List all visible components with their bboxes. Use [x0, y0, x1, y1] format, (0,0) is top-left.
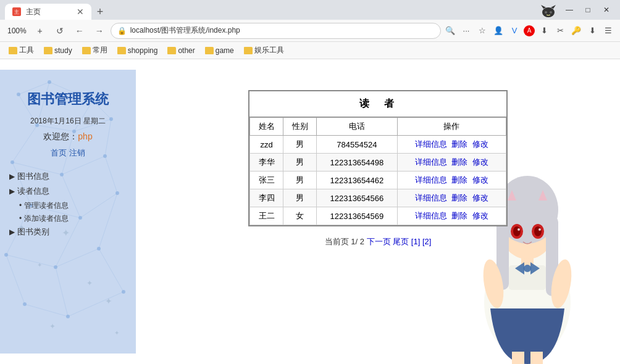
address-bar[interactable]: 🔒 localhost/图书管理系统/index.php: [111, 23, 441, 39]
svg-point-78: [524, 265, 531, 272]
zoom-plus-button[interactable]: +: [31, 22, 49, 39]
home-link[interactable]: 首页: [51, 148, 67, 157]
action-删除[interactable]: 删除: [451, 175, 467, 184]
pagination-text: 当前页 1/ 2: [325, 237, 364, 246]
bookmark-label: 娱乐工具: [254, 45, 284, 56]
action-删除[interactable]: 删除: [451, 139, 467, 149]
col-actions: 操作: [397, 118, 506, 136]
bookmark-label: study: [54, 46, 72, 55]
table-row: 张三男122313654462详细信息 删除 修改: [250, 172, 506, 189]
logout-link[interactable]: 注销: [69, 148, 85, 157]
arrow-icon: ▶: [9, 187, 15, 196]
zoom-level: 100%: [7, 27, 27, 35]
adblock-icon[interactable]: A: [524, 25, 535, 36]
action-详细信息[interactable]: 详细信息: [415, 157, 447, 167]
action-详细信息[interactable]: 详细信息: [415, 211, 447, 220]
action-修改[interactable]: 修改: [472, 139, 488, 149]
col-phone: 电话: [317, 118, 397, 136]
cell-phone: 122313654498: [317, 154, 397, 172]
cell-name: 王二: [250, 207, 283, 225]
action-修改[interactable]: 修改: [472, 211, 488, 220]
action-删除[interactable]: 删除: [451, 157, 467, 167]
nav-menu: ▶ 图书信息 ▶ 读者信息 管理读者信息 添加读者信息 ▶ 图书类别: [9, 171, 127, 238]
welcome-prefix: 欢迎您：: [43, 131, 78, 141]
col-gender: 性别: [283, 118, 317, 136]
svg-point-75: [538, 228, 541, 231]
nav-item-categories[interactable]: ▶ 图书类别: [9, 226, 127, 238]
action-详细信息[interactable]: 详细信息: [415, 139, 447, 149]
tab-area: 主 主页 ✕ +: [5, 0, 530, 20]
reader-table-container: 读 者 姓名 性别 电话 操作 zzd男784554524详细信息 删除 修改李…: [248, 90, 508, 226]
reload-button[interactable]: ↺: [51, 22, 69, 39]
search-engine-icon[interactable]: 🔍: [443, 24, 457, 38]
table-row: 李四男122313654566详细信息 删除 修改: [250, 189, 506, 207]
date-display: 2018年1月16日 星期二: [9, 116, 127, 126]
forward-button[interactable]: →: [91, 22, 108, 39]
download-icon[interactable]: ⬇: [537, 24, 551, 38]
bookmark-shopping[interactable]: shopping: [114, 45, 162, 56]
bookmark-tools[interactable]: 工具: [5, 44, 38, 57]
nav-item-readers[interactable]: ▶ 读者信息: [9, 186, 127, 197]
arrow-icon: ▶: [9, 172, 15, 181]
page-1-link[interactable]: [1]: [411, 237, 420, 246]
svg-point-4: [550, 11, 552, 14]
minimize-button[interactable]: —: [561, 3, 578, 17]
back-button[interactable]: ←: [71, 22, 88, 39]
action-修改[interactable]: 修改: [472, 193, 488, 202]
action-详细信息[interactable]: 详细信息: [415, 193, 447, 202]
vpn-icon[interactable]: V: [508, 24, 521, 38]
cell-actions: 详细信息 删除 修改: [397, 207, 506, 225]
cell-gender: 男: [283, 154, 317, 172]
bookmark-star-icon[interactable]: ☆: [475, 24, 489, 38]
bookmark-entertainment[interactable]: 娱乐工具: [240, 44, 288, 57]
action-详细信息[interactable]: 详细信息: [415, 175, 447, 184]
user-icon[interactable]: 👤: [492, 24, 505, 38]
action-删除[interactable]: 删除: [451, 193, 467, 202]
download2-icon[interactable]: ⬇: [585, 24, 599, 38]
bookmarks-bar: 工具 study 常用 shopping other game 娱乐工具: [0, 42, 620, 59]
bookmark-study[interactable]: study: [40, 45, 76, 56]
bookmark-game[interactable]: game: [201, 45, 238, 56]
bookmark-common[interactable]: 常用: [78, 44, 111, 57]
nav-manage-readers[interactable]: 管理读者信息: [19, 201, 127, 211]
svg-point-0: [542, 7, 555, 17]
action-删除[interactable]: 删除: [451, 211, 467, 220]
bookmark-label: shopping: [128, 46, 158, 55]
maximize-button[interactable]: □: [579, 3, 597, 17]
window-controls: — □ ✕: [537, 0, 615, 21]
svg-point-73: [534, 226, 542, 236]
system-title: 图书管理系统: [9, 90, 127, 109]
bookmark-other[interactable]: other: [164, 45, 198, 56]
nav-readers-submenu: 管理读者信息 添加读者信息: [19, 201, 127, 224]
bookmark-label: game: [216, 46, 234, 55]
nav-categories-label: 图书类别: [17, 226, 49, 238]
key-icon[interactable]: 🔑: [569, 24, 583, 38]
close-button[interactable]: ✕: [598, 3, 615, 17]
cell-actions: 详细信息 删除 修改: [397, 172, 506, 189]
table-row: 李华男122313654498详细信息 删除 修改: [250, 154, 506, 172]
folder-icon: [82, 47, 91, 54]
page-content: ✦ ✦ ✦ ✦ ✦ ✦ ✦ 图书管理系统 2018年1月16日 星期二 欢迎您：…: [0, 59, 620, 364]
last-page-link[interactable]: 尾页: [393, 237, 409, 246]
arrow-icon: ▶: [9, 228, 15, 236]
screenshot-icon[interactable]: ✂: [553, 24, 567, 38]
toolbar-actions: 🔍 ··· ☆ 👤 V A ⬇ ✂ 🔑 ⬇ ☰: [443, 24, 615, 38]
folder-icon: [244, 47, 253, 54]
more-button[interactable]: ···: [459, 24, 473, 38]
svg-point-72: [513, 226, 521, 236]
tab-close-button[interactable]: ✕: [77, 7, 84, 17]
cell-name: 李华: [250, 154, 283, 172]
action-修改[interactable]: 修改: [472, 157, 488, 167]
nav-add-reader[interactable]: 添加读者信息: [19, 213, 127, 224]
menu-icon[interactable]: ☰: [601, 24, 615, 38]
action-修改[interactable]: 修改: [472, 175, 488, 184]
cell-actions: 详细信息 删除 修改: [397, 189, 506, 207]
new-tab-button[interactable]: +: [91, 4, 109, 20]
cell-gender: 男: [283, 172, 317, 189]
nav-item-books[interactable]: ▶ 图书信息: [9, 171, 127, 182]
action-links-line: 首页 注销: [9, 147, 127, 159]
next-page-link[interactable]: 下一页: [367, 237, 391, 246]
page-2-link[interactable]: [2]: [422, 237, 431, 246]
active-tab[interactable]: 主 主页 ✕: [5, 4, 91, 20]
cell-actions: 详细信息 删除 修改: [397, 136, 506, 154]
